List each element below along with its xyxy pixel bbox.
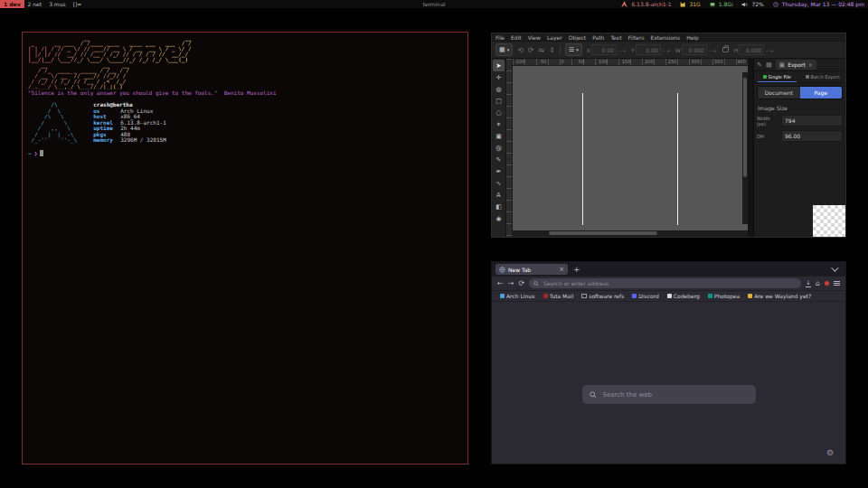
volume-level: 72% <box>751 0 763 8</box>
terminal-window[interactable]: __ __ _ __ ___ / /____ ____ ____ ___ ___… <box>22 32 468 465</box>
stepper[interactable]: −+ <box>765 47 774 53</box>
workspace-net[interactable]: 2 net <box>24 0 46 8</box>
tool-selector-icon[interactable]: ➤ <box>493 60 505 71</box>
list-all-tabs-icon[interactable] <box>831 264 838 271</box>
workspace-mus[interactable]: 3 mus <box>45 0 70 8</box>
bookmark-photopea[interactable]: Photopea <box>708 293 740 299</box>
stepper[interactable]: −+ <box>708 47 717 53</box>
dock-tab-strip: ✎ ▤ ▣ Export × <box>754 59 845 71</box>
h-field[interactable]: H 0.000 −+ <box>734 44 775 55</box>
layers-dock-icon[interactable]: ▤ <box>766 61 772 69</box>
y-value[interactable]: 0.00 <box>636 44 661 55</box>
tool-3dbox-icon[interactable]: ▣ <box>493 130 505 142</box>
single-file-icon <box>763 75 767 79</box>
bookmark-favicon <box>543 294 548 298</box>
tool-rect-icon[interactable]: □ <box>493 95 505 107</box>
new-tab-content: ⚙ <box>492 302 845 464</box>
bookmark-tuta-mail[interactable]: Tuta Mail <box>543 293 574 299</box>
extension-icon[interactable] <box>825 281 829 286</box>
tool-pencil-icon[interactable]: ✎ <box>493 154 505 165</box>
tab-close-icon[interactable]: × <box>559 267 564 273</box>
menu-filters[interactable]: Filters <box>628 34 645 41</box>
align-dropdown[interactable]: ☰▾ <box>565 43 582 56</box>
shell-prompt[interactable]: ~ ❯ <box>28 150 462 156</box>
x-value[interactable]: 0.00 <box>591 44 617 55</box>
bookmark-label: Codeberg <box>674 293 700 299</box>
scrollbar-thumb[interactable] <box>549 231 657 235</box>
menu-view[interactable]: View <box>528 34 541 41</box>
home-icon[interactable]: ⌂ <box>816 280 820 287</box>
separator: · <box>768 0 769 8</box>
back-button[interactable]: ← <box>497 280 504 287</box>
tool-dropper-icon[interactable]: ◉ <box>493 212 505 224</box>
rotate-cw-icon[interactable]: ⟳ <box>528 46 534 54</box>
tool-spiral-icon[interactable]: @ <box>493 142 505 154</box>
tool-pen-icon[interactable]: ✒ <box>493 165 505 177</box>
w-value[interactable]: 0.000 <box>682 44 707 55</box>
flip-horizontal-icon[interactable]: ⇋ <box>539 46 545 54</box>
bookmark-codeberg[interactable]: Codeberg <box>667 293 700 299</box>
tool-ellipse-icon[interactable]: ○ <box>493 107 505 118</box>
scope-page-button[interactable]: Page <box>800 87 843 99</box>
inkscape-canvas[interactable] <box>513 66 748 230</box>
date-time: Thursday, Mar 13 — 02:48 pm <box>782 0 864 8</box>
width-input[interactable] <box>781 115 843 127</box>
layout-icon[interactable]: []= <box>70 0 86 8</box>
bookmark-folder-software-refs[interactable]: software refs <box>581 293 624 299</box>
tool-calligraphy-icon[interactable]: ∿ <box>493 177 505 189</box>
image-size-label: Image Size <box>754 99 845 113</box>
x-field[interactable]: X 0.00 −+ <box>587 44 627 55</box>
scope-document-button[interactable]: Document <box>758 87 800 99</box>
menu-text[interactable]: Text <box>610 34 621 41</box>
scrollbar-thumb[interactable] <box>743 78 747 177</box>
stepper[interactable]: −+ <box>662 47 671 53</box>
new-tab-button[interactable]: + <box>573 265 580 274</box>
web-search-input[interactable] <box>601 390 749 399</box>
menu-icon[interactable] <box>834 283 840 284</box>
rotate-ccw-icon[interactable]: ⟲ <box>517 46 524 54</box>
bookmark-arch-linux[interactable]: Arch Linux <box>500 293 535 299</box>
menu-extensions[interactable]: Extensions <box>651 34 681 41</box>
active-tab[interactable]: New Tab × <box>495 264 568 275</box>
menu-path[interactable]: Path <box>592 34 604 41</box>
single-file-tab[interactable]: Single File <box>754 71 800 82</box>
dpi-input[interactable] <box>781 130 843 142</box>
workspace-dev[interactable]: 1 dev <box>0 0 24 8</box>
canvas-horizontal-scrollbar[interactable] <box>513 230 748 237</box>
h-value[interactable]: 0.000 <box>739 44 764 55</box>
arch-icon <box>621 1 627 7</box>
personalize-gear-icon[interactable]: ⚙ <box>826 448 834 457</box>
tool-gradient-icon[interactable]: ◧ <box>493 201 505 212</box>
export-dock-tab[interactable]: ▣ Export × <box>776 60 816 70</box>
address-bar[interactable] <box>529 278 801 288</box>
menu-file[interactable]: File <box>495 34 505 41</box>
browser-nav-bar: ← → ⟳ ↓ ⌂ <box>492 277 845 291</box>
tool-text-icon[interactable]: A <box>493 189 505 201</box>
downloads-icon[interactable]: ↓ <box>806 280 811 287</box>
bookmark-are-we-wayland-yet[interactable]: Are we Wayland yet? <box>748 293 811 299</box>
menu-edit[interactable]: Edit <box>511 34 522 41</box>
y-field[interactable]: Y 0.00 −+ <box>631 44 671 55</box>
flip-vertical-icon[interactable]: ⇕ <box>549 46 555 54</box>
batch-export-tab[interactable]: Batch Export <box>800 71 846 82</box>
w-field[interactable]: W 0.000 −+ <box>675 44 717 55</box>
web-search-box[interactable] <box>582 385 756 404</box>
lock-ratio-icon[interactable] <box>722 47 729 52</box>
tool-star-icon[interactable]: ✶ <box>493 118 505 130</box>
bookmark-discord[interactable]: Discord <box>632 293 659 299</box>
edit-dock-icon[interactable]: ✎ <box>757 61 762 69</box>
tool-node-icon[interactable]: ✛ <box>493 71 505 83</box>
stepper[interactable]: −+ <box>618 47 627 53</box>
canvas-vertical-scrollbar[interactable] <box>742 72 748 224</box>
selection-mode-dropdown[interactable]: ▦▾ <box>495 43 513 56</box>
address-input[interactable] <box>542 279 797 287</box>
ruler-label: 100 <box>599 60 608 64</box>
export-preview-thumbnail <box>813 205 845 237</box>
menu-help[interactable]: Help <box>686 34 699 41</box>
menu-layer[interactable]: Layer <box>547 34 562 41</box>
tool-shape-builder-icon[interactable]: ◍ <box>493 83 505 95</box>
menu-object[interactable]: Object <box>569 34 587 41</box>
forward-button[interactable]: → <box>508 280 514 287</box>
close-icon[interactable]: × <box>808 61 813 68</box>
reload-button[interactable]: ⟳ <box>518 280 524 287</box>
